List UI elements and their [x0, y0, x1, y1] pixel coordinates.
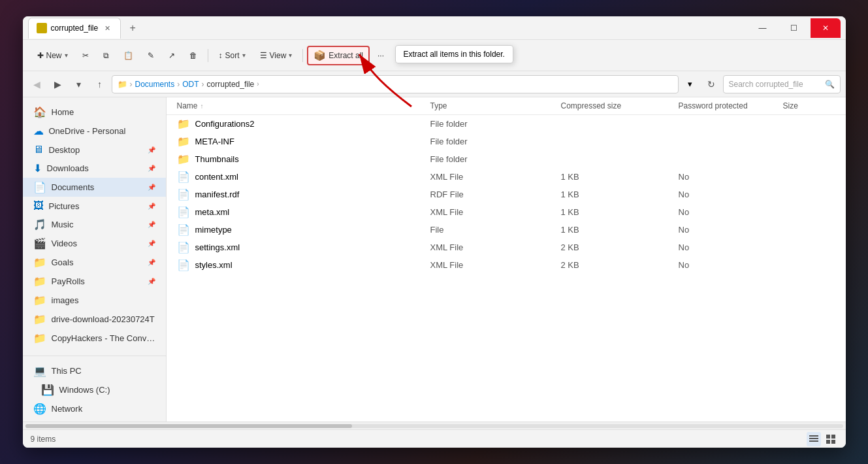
new-button[interactable]: ✚ New ▾	[31, 47, 74, 64]
forward-button[interactable]: ▶	[49, 75, 67, 93]
sidebar-label-windows-c: Windows (C:)	[59, 385, 110, 395]
sidebar-label-copyhackers: CopyHackers - The Convers	[52, 333, 155, 343]
sidebar-label-onedrive: OneDrive - Personal	[49, 126, 126, 136]
sidebar-item-home[interactable]: 🏠 Home	[23, 103, 166, 122]
file-name-cell: 📄 content.xml	[177, 171, 430, 183]
file-row[interactable]: 📄 content.xml XML File 1 KB No	[167, 168, 846, 186]
more-button[interactable]: ···	[371, 47, 391, 64]
refresh-button[interactable]: ↻	[702, 75, 720, 93]
view-button[interactable]: ☰ View ▾	[253, 47, 299, 64]
tab-close-button[interactable]: ✕	[102, 23, 112, 33]
sidebar-item-desktop[interactable]: 🖥 Desktop 📌	[23, 141, 166, 159]
scrollbar-track[interactable]	[25, 424, 843, 428]
tab-corrupted-file[interactable]: corrupted_file ✕	[28, 18, 121, 39]
file-type-icon: 📄	[177, 171, 190, 183]
new-chevron-icon: ▾	[65, 52, 68, 59]
file-row[interactable]: 📄 manifest.rdf RDF File 1 KB No	[167, 186, 846, 203]
sidebar-item-this-pc[interactable]: 💻 This PC	[23, 361, 166, 380]
breadcrumb-documents[interactable]: Documents	[135, 80, 175, 89]
sidebar-item-documents[interactable]: 📄 Documents 📌	[23, 178, 166, 197]
sidebar-item-network[interactable]: 🌐 Network	[23, 399, 166, 418]
details-view-button[interactable]	[807, 432, 821, 446]
file-protected-cell: No	[679, 225, 783, 235]
svg-rect-3	[809, 440, 818, 442]
header-size[interactable]: Size	[783, 101, 835, 110]
sidebar-item-payrolls[interactable]: 📁 PayRolls 📌	[23, 272, 166, 291]
file-row[interactable]: 📁 Thumbnails File folder	[167, 150, 846, 168]
file-name-text: mimetype	[195, 225, 232, 235]
share-button[interactable]: ↗	[162, 47, 182, 64]
rename-button[interactable]: ✎	[141, 47, 161, 64]
tiles-view-icon	[826, 434, 836, 444]
onedrive-icon: ☁	[33, 125, 44, 137]
tiles-view-button[interactable]	[824, 432, 838, 446]
sidebar-item-pictures[interactable]: 🖼 Pictures 📌	[23, 197, 166, 215]
file-row[interactable]: 📁 Configurations2 File folder	[167, 115, 846, 133]
header-password-protected[interactable]: Password protected	[679, 101, 783, 110]
address-expand-button[interactable]: ▾	[681, 75, 699, 93]
file-name-cell: 📄 styles.xml	[177, 259, 430, 271]
sidebar-item-images[interactable]: 📁 images	[23, 291, 166, 310]
new-label: New	[46, 51, 62, 60]
header-compressed-size[interactable]: Compressed size	[561, 101, 679, 110]
sidebar-item-copyhackers[interactable]: 📁 CopyHackers - The Convers	[23, 329, 166, 348]
desktop-icon: 🖥	[33, 144, 44, 156]
search-box[interactable]: Search corrupted_file 🔍	[723, 75, 841, 93]
view-icon: ☰	[260, 51, 267, 60]
file-compressed-size-cell: 1 KB	[561, 207, 679, 217]
file-row[interactable]: 📄 meta.xml XML File 1 KB No	[167, 203, 846, 221]
view-controls	[807, 432, 838, 446]
scrollbar-thumb[interactable]	[25, 424, 353, 428]
sidebar-item-onedrive[interactable]: ☁ OneDrive - Personal	[23, 122, 166, 141]
file-row[interactable]: 📄 mimetype File 1 KB No	[167, 221, 846, 239]
close-button[interactable]: ✕	[811, 18, 841, 38]
file-name-cell: 📁 Configurations2	[177, 118, 430, 130]
paste-button[interactable]: 📋	[117, 47, 140, 64]
sidebar-item-drive-download[interactable]: 📁 drive-download-20230724T	[23, 310, 166, 329]
sidebar-label-payrolls: PayRolls	[52, 276, 85, 286]
this-pc-icon: 💻	[33, 365, 46, 377]
tab-title: corrupted_file	[51, 24, 99, 33]
horizontal-scrollbar[interactable]	[23, 422, 846, 429]
pin-icon-goals: 📌	[148, 259, 155, 266]
header-name[interactable]: Name ↑	[177, 101, 430, 110]
breadcrumb-odt[interactable]: ODT	[182, 80, 199, 89]
delete-button[interactable]: 🗑	[183, 47, 204, 64]
sidebar-item-videos[interactable]: 🎬 Videos 📌	[23, 234, 166, 253]
header-password-label: Password protected	[679, 101, 748, 110]
tooltip-container: Extract all items in this folder.	[395, 45, 513, 63]
file-row[interactable]: 📄 settings.xml XML File 2 KB No	[167, 239, 846, 256]
recent-locations-button[interactable]: ▾	[70, 75, 88, 93]
maximize-button[interactable]: ☐	[779, 18, 809, 38]
images-icon: 📁	[33, 294, 46, 307]
up-button[interactable]: ↑	[91, 75, 109, 93]
sidebar-label-network: Network	[52, 404, 83, 414]
separator-2	[302, 49, 303, 62]
sort-button[interactable]: ↕ Sort ▾	[212, 47, 252, 64]
breadcrumb[interactable]: 📁 › Documents › ODT › corrupted_file ›	[112, 75, 679, 93]
sidebar-item-goals[interactable]: 📁 Goals 📌	[23, 253, 166, 272]
file-type-icon: 📄	[177, 259, 190, 271]
cut-button[interactable]: ✂	[76, 47, 95, 64]
file-name-cell: 📄 settings.xml	[177, 241, 430, 254]
sidebar-item-windows-c[interactable]: 💾 Windows (C:)	[23, 380, 166, 399]
new-tab-button[interactable]: +	[123, 19, 142, 37]
copy-button[interactable]: ⧉	[97, 47, 116, 64]
search-icon: 🔍	[825, 80, 835, 89]
sidebar-item-downloads[interactable]: ⬇ Downloads 📌	[23, 159, 166, 178]
file-name-text: META-INF	[195, 137, 234, 146]
file-row[interactable]: 📄 styles.xml XML File 2 KB No	[167, 256, 846, 274]
sidebar-item-music[interactable]: 🎵 Music 📌	[23, 215, 166, 234]
file-row[interactable]: 📁 META-INF File folder	[167, 133, 846, 150]
back-button[interactable]: ◀	[28, 75, 46, 93]
view-chevron-icon: ▾	[289, 52, 292, 59]
sidebar-label-downloads: Downloads	[47, 163, 89, 173]
file-name-cell: 📁 Thumbnails	[177, 153, 430, 165]
minimize-button[interactable]: —	[748, 18, 778, 38]
pin-icon-vid: 📌	[148, 240, 155, 247]
extract-all-button[interactable]: 📦 Extract all	[307, 46, 370, 65]
window-controls: — ☐ ✕	[748, 18, 841, 38]
header-type[interactable]: Type	[430, 101, 561, 110]
svg-rect-4	[826, 435, 830, 439]
pin-icon-dl: 📌	[148, 165, 155, 172]
